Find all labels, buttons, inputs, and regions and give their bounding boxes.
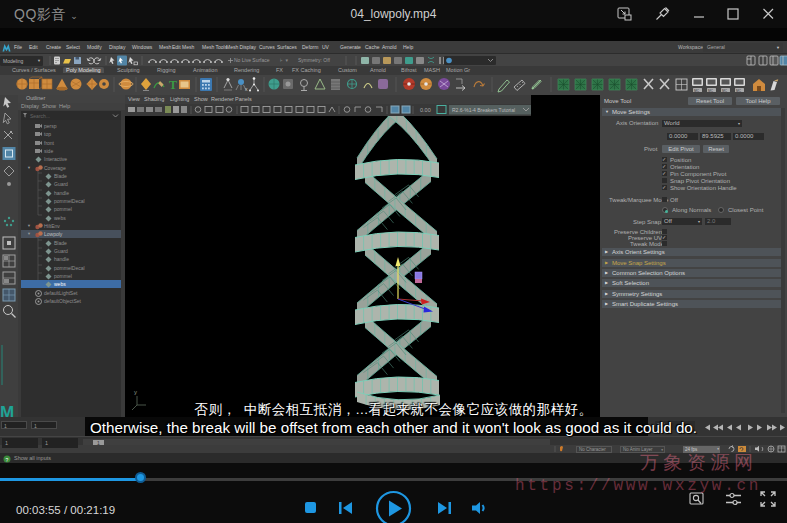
svg-text:T: T <box>169 78 177 92</box>
svg-text:MC: MC <box>736 89 742 93</box>
svg-text:MC: MC <box>708 89 714 93</box>
svg-text:x: x <box>245 86 248 92</box>
svg-text:y: y <box>134 389 137 395</box>
svg-text:MC: MC <box>722 89 728 93</box>
svg-text:?: ? <box>6 457 9 463</box>
svg-text:Search...: Search... <box>30 113 50 119</box>
svg-text:MC: MC <box>694 89 700 93</box>
svg-text:0.00: 0.00 <box>420 107 431 113</box>
svg-text:R2.6-%1-4 Breakers Tutorial: R2.6-%1-4 Breakers Tutorial <box>452 107 515 113</box>
